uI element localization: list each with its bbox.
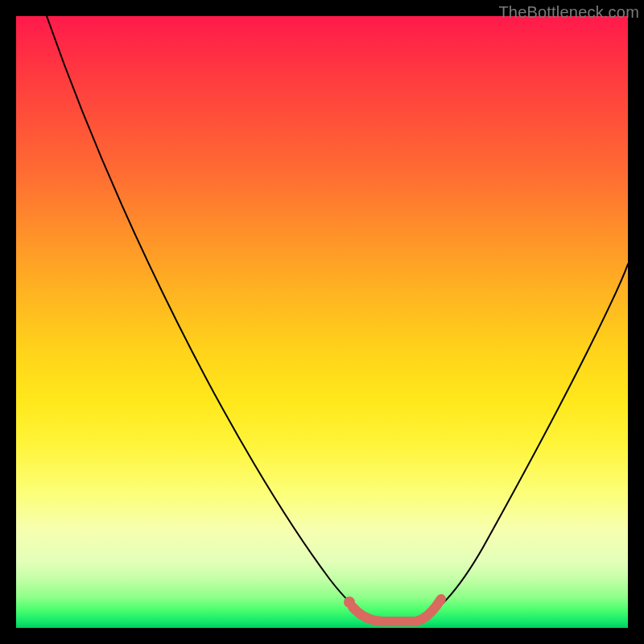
plot-area [16,16,628,628]
attribution-text: TheBottleneck.com [498,3,639,22]
bottleneck-curve [47,16,628,621]
curve-highlight [353,599,441,621]
chart-stage: TheBottleneck.com [0,0,644,644]
highlight-start-dot [344,597,355,608]
bottleneck-curve-svg [16,16,628,628]
